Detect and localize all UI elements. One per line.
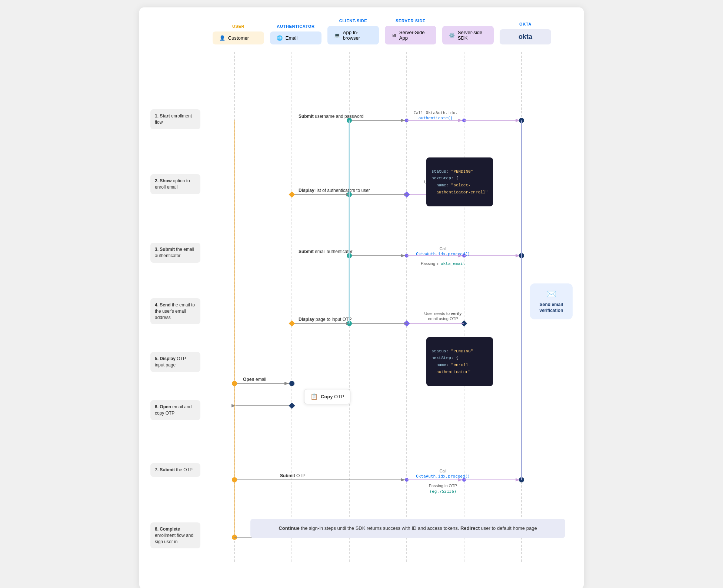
step-8-label: 8. Complete enrollment flow and sign use… [150,522,200,548]
step-4-label: 4. Send the email to the user's email ad… [150,298,200,324]
svg-rect-26 [289,192,295,198]
lane-label-okta: OKTA [519,22,532,26]
browser-icon: 💻 [334,33,340,38]
svg-text:Call: Call [440,469,447,473]
lane-label-sdk [467,19,469,23]
svg-text:Open email: Open email [243,377,266,382]
svg-text:OktaAuth.idx.proceed(): OktaAuth.idx.proceed() [416,474,470,479]
svg-text:(eg.752136): (eg.752136) [430,489,457,494]
lane-box-authenticator: 🌐 Email [270,31,322,44]
email-icon: 🌐 [277,35,283,41]
lane-box-user: 👤 Customer [213,31,264,44]
copy-icon: 📋 [310,393,318,400]
lane-box-sdk: ⚙️ Server-side SDK [442,26,494,44]
svg-text:Passing in okta_email: Passing in okta_email [421,261,465,266]
svg-text:Submit email authenticator: Submit email authenticator [299,249,352,254]
lane-box-okta: okta [500,29,552,44]
svg-text:Submit OTP: Submit OTP [280,473,306,478]
lane-header-authenticator: AUTHENTICATOR 🌐 Email [267,24,324,44]
email-envelope-icon: ✉️ [546,289,556,299]
lane-label-authenticator: AUTHENTICATOR [277,24,314,29]
send-email-verification-box: ✉️ Send email verification [530,283,573,319]
step-3-label: 3. Submit the email authenticator [150,243,200,263]
server-icon: 🖥 [392,33,396,38]
step-6-label: 6. Open email and copy OTP [150,400,200,420]
user-icon: 👤 [219,35,225,41]
svg-rect-56 [289,403,295,409]
svg-text:Display page to input OTP: Display page to input OTP [299,317,351,322]
lane-header-user: USER 👤 Customer [210,24,267,44]
okta-logo: okta [519,33,532,41]
steps-column: 1. Start enrollment flow 2. Show option … [150,52,206,578]
svg-rect-47 [289,320,295,327]
lane-box-server: 🖥 Server-Side App [385,26,437,44]
copy-otp-box: 📋 Copy OTP [304,389,350,404]
step-1-label: 1. Start enrollment flow [150,109,200,129]
step-7-label: 7. Submit the OTP [150,463,200,477]
svg-text:Call OktaAuth.idx.: Call OktaAuth.idx. [413,110,457,115]
lane-header-client: CLIENT-SIDE 💻 App In-browser [324,19,382,44]
lane-box-client: 💻 App In-browser [327,26,379,44]
copy-otp-label: Copy OTP [321,394,344,399]
diagram-svg: Submit username and password Call OktaAu… [206,52,573,578]
lane-label-user: USER [232,24,244,29]
diagram-container: USER 👤 Customer AUTHENTICATOR 🌐 Email CL… [139,7,584,588]
svg-text:email using OTP: email using OTP [428,316,458,321]
lane-label-server: SERVER SIDE [396,19,426,23]
send-email-label: Send email verification [534,302,568,313]
lane-label-client: CLIENT-SIDE [339,19,367,23]
svg-text:Passing in OTP: Passing in OTP [429,484,457,488]
gear-icon: ⚙️ [449,33,455,38]
lane-header-okta: OKTA okta [497,22,554,44]
svg-text:User needs to verify: User needs to verify [424,311,462,316]
svg-text:Display list of authenticators: Display list of authenticators to user [299,188,370,193]
svg-text:authenticate(): authenticate() [419,116,453,120]
svg-text:OktaAuth.idx.proceed(): OktaAuth.idx.proceed() [416,252,470,256]
step-2-label: 2. Show option to enroll email [150,174,200,194]
svg-point-53 [289,381,294,386]
svg-text:Submit username and password: Submit username and password [299,114,363,119]
diagram-area: Submit username and password Call OktaAu… [206,52,573,578]
lane-header-sdk: ⚙️ Server-side SDK [439,19,497,44]
lane-header-server: SERVER SIDE 🖥 Server-Side App [382,19,439,44]
code-box-1: status: "PENDING" nextStep: { name: "sel… [426,157,493,206]
continue-banner: Continue the sign-in steps until the SDK… [250,519,565,538]
code-box-2: status: "PENDING" nextStep: { name: "enr… [426,337,493,386]
svg-text:Call: Call [440,246,447,251]
step-5-label: 5. Display OTP input page [150,352,200,372]
